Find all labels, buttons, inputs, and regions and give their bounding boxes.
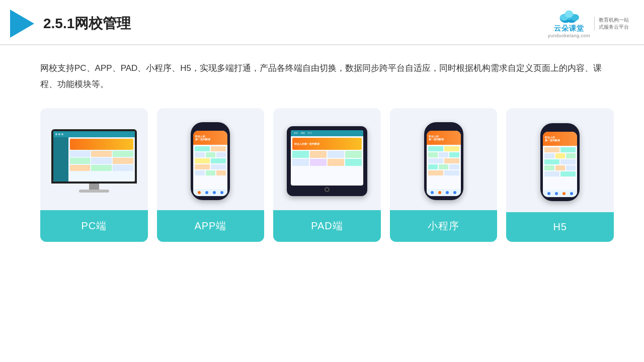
card-pad: 首页 课程 学习 职达人的第一堂判断课 [273, 108, 381, 242]
cloud-icon: 云朵课堂 yunduoketang.com [548, 9, 590, 38]
miniprogram-preview: 职达人的第一堂判断课 [390, 108, 498, 210]
pc-preview [40, 108, 148, 210]
pc-monitor-icon [51, 129, 137, 193]
card-pc: PC端 [40, 108, 148, 242]
app-preview: 职达人的第一堂判断课 [157, 108, 265, 210]
page-container: 2.5.1网校管理 云朵课堂 yunduoketang.com [0, 0, 644, 252]
device-cards: PC端 职达人的第一堂判断课 [40, 108, 614, 242]
h5-label: H5 [506, 212, 614, 242]
header-left: 2.5.1网校管理 [10, 10, 131, 38]
pad-preview: 首页 课程 学习 职达人的第一堂判断课 [273, 108, 381, 210]
brand-name: 云朵课堂 [554, 24, 584, 33]
miniprogram-label: 小程序 [390, 210, 498, 242]
brand-url: yunduoketang.com [548, 33, 590, 38]
miniprogram-phone-icon: 职达人的第一堂判断课 [424, 122, 463, 200]
page-title: 2.5.1网校管理 [43, 14, 131, 33]
app-label: APP端 [157, 210, 265, 242]
h5-preview: 职达人的第一堂判断课 [506, 108, 614, 212]
svg-point-5 [565, 11, 574, 18]
card-miniprogram: 职达人的第一堂判断课 [390, 108, 498, 242]
pad-label: PAD端 [273, 210, 381, 242]
h5-phone-icon: 职达人的第一堂判断课 [540, 123, 580, 201]
app-phone-icon: 职达人的第一堂判断课 [191, 122, 230, 200]
logo-triangle-icon [10, 10, 34, 38]
pad-tablet-icon: 首页 课程 学习 职达人的第一堂判断课 [287, 126, 367, 196]
header-right: 云朵课堂 yunduoketang.com 教育机构一站 式服务云平台 [548, 9, 629, 38]
brand-logo: 云朵课堂 yunduoketang.com 教育机构一站 式服务云平台 [548, 9, 629, 38]
main-content: 网校支持PC、APP、PAD、小程序、H5，实现多端打通，产品各终端自由切换，数… [0, 45, 644, 252]
tablet-home-btn [325, 187, 330, 192]
pc-label: PC端 [40, 210, 148, 242]
brand-slogan: 教育机构一站 式服务云平台 [594, 17, 629, 31]
card-h5: 职达人的第一堂判断课 [506, 108, 614, 242]
card-app: 职达人的第一堂判断课 [157, 108, 265, 242]
header: 2.5.1网校管理 云朵课堂 yunduoketang.com [0, 0, 644, 45]
description-text: 网校支持PC、APP、PAD、小程序、H5，实现多端打通，产品各终端自由切换，数… [40, 60, 614, 93]
